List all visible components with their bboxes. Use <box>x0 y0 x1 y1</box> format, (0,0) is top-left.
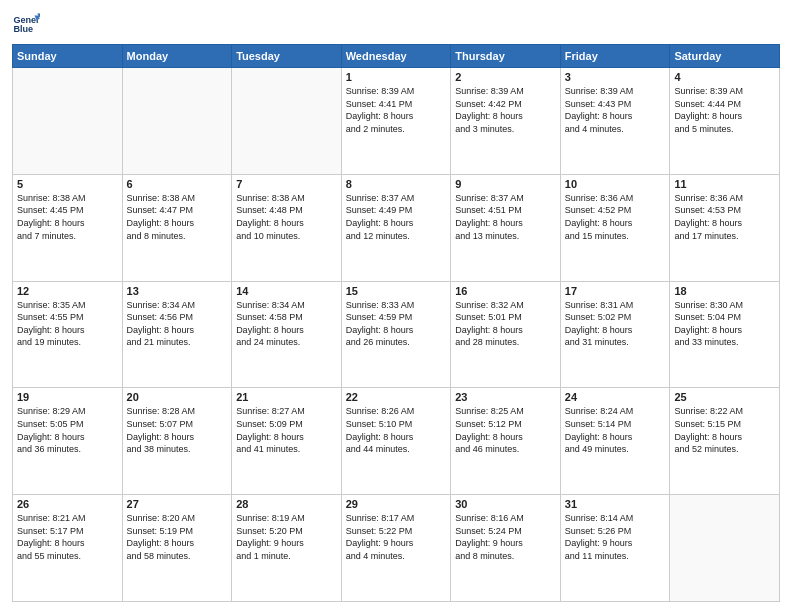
day-number: 13 <box>127 285 228 297</box>
day-cell: 23Sunrise: 8:25 AM Sunset: 5:12 PM Dayli… <box>451 388 561 495</box>
weekday-header-tuesday: Tuesday <box>232 45 342 68</box>
day-number: 30 <box>455 498 556 510</box>
day-number: 23 <box>455 391 556 403</box>
day-cell: 1Sunrise: 8:39 AM Sunset: 4:41 PM Daylig… <box>341 68 451 175</box>
day-info: Sunrise: 8:38 AM Sunset: 4:48 PM Dayligh… <box>236 192 337 242</box>
day-number: 10 <box>565 178 666 190</box>
day-number: 2 <box>455 71 556 83</box>
svg-text:Blue: Blue <box>13 24 33 34</box>
day-info: Sunrise: 8:34 AM Sunset: 4:58 PM Dayligh… <box>236 299 337 349</box>
day-info: Sunrise: 8:16 AM Sunset: 5:24 PM Dayligh… <box>455 512 556 562</box>
day-cell: 16Sunrise: 8:32 AM Sunset: 5:01 PM Dayli… <box>451 281 561 388</box>
day-info: Sunrise: 8:34 AM Sunset: 4:56 PM Dayligh… <box>127 299 228 349</box>
day-number: 22 <box>346 391 447 403</box>
day-cell: 3Sunrise: 8:39 AM Sunset: 4:43 PM Daylig… <box>560 68 670 175</box>
day-info: Sunrise: 8:20 AM Sunset: 5:19 PM Dayligh… <box>127 512 228 562</box>
day-number: 7 <box>236 178 337 190</box>
day-cell: 29Sunrise: 8:17 AM Sunset: 5:22 PM Dayli… <box>341 495 451 602</box>
day-number: 17 <box>565 285 666 297</box>
day-cell: 9Sunrise: 8:37 AM Sunset: 4:51 PM Daylig… <box>451 174 561 281</box>
day-cell: 15Sunrise: 8:33 AM Sunset: 4:59 PM Dayli… <box>341 281 451 388</box>
day-number: 19 <box>17 391 118 403</box>
day-cell: 22Sunrise: 8:26 AM Sunset: 5:10 PM Dayli… <box>341 388 451 495</box>
day-number: 21 <box>236 391 337 403</box>
day-number: 15 <box>346 285 447 297</box>
day-number: 11 <box>674 178 775 190</box>
day-info: Sunrise: 8:21 AM Sunset: 5:17 PM Dayligh… <box>17 512 118 562</box>
day-cell: 8Sunrise: 8:37 AM Sunset: 4:49 PM Daylig… <box>341 174 451 281</box>
weekday-header-thursday: Thursday <box>451 45 561 68</box>
logo-icon: General Blue <box>12 10 40 38</box>
day-info: Sunrise: 8:25 AM Sunset: 5:12 PM Dayligh… <box>455 405 556 455</box>
day-cell: 31Sunrise: 8:14 AM Sunset: 5:26 PM Dayli… <box>560 495 670 602</box>
day-cell: 13Sunrise: 8:34 AM Sunset: 4:56 PM Dayli… <box>122 281 232 388</box>
day-info: Sunrise: 8:39 AM Sunset: 4:44 PM Dayligh… <box>674 85 775 135</box>
day-info: Sunrise: 8:37 AM Sunset: 4:51 PM Dayligh… <box>455 192 556 242</box>
day-number: 4 <box>674 71 775 83</box>
day-cell: 27Sunrise: 8:20 AM Sunset: 5:19 PM Dayli… <box>122 495 232 602</box>
day-info: Sunrise: 8:29 AM Sunset: 5:05 PM Dayligh… <box>17 405 118 455</box>
day-number: 12 <box>17 285 118 297</box>
day-cell: 10Sunrise: 8:36 AM Sunset: 4:52 PM Dayli… <box>560 174 670 281</box>
calendar-table: SundayMondayTuesdayWednesdayThursdayFrid… <box>12 44 780 602</box>
day-info: Sunrise: 8:30 AM Sunset: 5:04 PM Dayligh… <box>674 299 775 349</box>
day-cell: 26Sunrise: 8:21 AM Sunset: 5:17 PM Dayli… <box>13 495 123 602</box>
day-cell: 21Sunrise: 8:27 AM Sunset: 5:09 PM Dayli… <box>232 388 342 495</box>
weekday-header-monday: Monday <box>122 45 232 68</box>
day-cell: 24Sunrise: 8:24 AM Sunset: 5:14 PM Dayli… <box>560 388 670 495</box>
day-number: 26 <box>17 498 118 510</box>
day-number: 24 <box>565 391 666 403</box>
weekday-header-friday: Friday <box>560 45 670 68</box>
day-info: Sunrise: 8:22 AM Sunset: 5:15 PM Dayligh… <box>674 405 775 455</box>
day-info: Sunrise: 8:28 AM Sunset: 5:07 PM Dayligh… <box>127 405 228 455</box>
page: General Blue SundayMondayTuesdayWednesda… <box>0 0 792 612</box>
day-cell: 14Sunrise: 8:34 AM Sunset: 4:58 PM Dayli… <box>232 281 342 388</box>
week-row-1: 1Sunrise: 8:39 AM Sunset: 4:41 PM Daylig… <box>13 68 780 175</box>
week-row-4: 19Sunrise: 8:29 AM Sunset: 5:05 PM Dayli… <box>13 388 780 495</box>
day-info: Sunrise: 8:31 AM Sunset: 5:02 PM Dayligh… <box>565 299 666 349</box>
day-cell: 6Sunrise: 8:38 AM Sunset: 4:47 PM Daylig… <box>122 174 232 281</box>
day-cell: 18Sunrise: 8:30 AM Sunset: 5:04 PM Dayli… <box>670 281 780 388</box>
day-number: 31 <box>565 498 666 510</box>
day-info: Sunrise: 8:32 AM Sunset: 5:01 PM Dayligh… <box>455 299 556 349</box>
day-cell: 28Sunrise: 8:19 AM Sunset: 5:20 PM Dayli… <box>232 495 342 602</box>
day-info: Sunrise: 8:38 AM Sunset: 4:47 PM Dayligh… <box>127 192 228 242</box>
logo: General Blue <box>12 10 20 38</box>
day-info: Sunrise: 8:36 AM Sunset: 4:53 PM Dayligh… <box>674 192 775 242</box>
day-cell: 12Sunrise: 8:35 AM Sunset: 4:55 PM Dayli… <box>13 281 123 388</box>
day-number: 25 <box>674 391 775 403</box>
day-cell <box>670 495 780 602</box>
day-cell: 11Sunrise: 8:36 AM Sunset: 4:53 PM Dayli… <box>670 174 780 281</box>
day-info: Sunrise: 8:19 AM Sunset: 5:20 PM Dayligh… <box>236 512 337 562</box>
day-number: 16 <box>455 285 556 297</box>
week-row-2: 5Sunrise: 8:38 AM Sunset: 4:45 PM Daylig… <box>13 174 780 281</box>
weekday-header-row: SundayMondayTuesdayWednesdayThursdayFrid… <box>13 45 780 68</box>
day-number: 5 <box>17 178 118 190</box>
weekday-header-sunday: Sunday <box>13 45 123 68</box>
day-number: 8 <box>346 178 447 190</box>
weekday-header-saturday: Saturday <box>670 45 780 68</box>
week-row-5: 26Sunrise: 8:21 AM Sunset: 5:17 PM Dayli… <box>13 495 780 602</box>
header: General Blue <box>12 10 780 38</box>
day-info: Sunrise: 8:33 AM Sunset: 4:59 PM Dayligh… <box>346 299 447 349</box>
day-cell: 25Sunrise: 8:22 AM Sunset: 5:15 PM Dayli… <box>670 388 780 495</box>
day-info: Sunrise: 8:35 AM Sunset: 4:55 PM Dayligh… <box>17 299 118 349</box>
day-info: Sunrise: 8:38 AM Sunset: 4:45 PM Dayligh… <box>17 192 118 242</box>
day-cell: 7Sunrise: 8:38 AM Sunset: 4:48 PM Daylig… <box>232 174 342 281</box>
day-cell: 30Sunrise: 8:16 AM Sunset: 5:24 PM Dayli… <box>451 495 561 602</box>
day-cell: 2Sunrise: 8:39 AM Sunset: 4:42 PM Daylig… <box>451 68 561 175</box>
week-row-3: 12Sunrise: 8:35 AM Sunset: 4:55 PM Dayli… <box>13 281 780 388</box>
day-info: Sunrise: 8:36 AM Sunset: 4:52 PM Dayligh… <box>565 192 666 242</box>
day-info: Sunrise: 8:17 AM Sunset: 5:22 PM Dayligh… <box>346 512 447 562</box>
day-cell <box>232 68 342 175</box>
day-number: 27 <box>127 498 228 510</box>
day-cell: 4Sunrise: 8:39 AM Sunset: 4:44 PM Daylig… <box>670 68 780 175</box>
day-number: 29 <box>346 498 447 510</box>
day-info: Sunrise: 8:27 AM Sunset: 5:09 PM Dayligh… <box>236 405 337 455</box>
day-number: 3 <box>565 71 666 83</box>
day-cell: 17Sunrise: 8:31 AM Sunset: 5:02 PM Dayli… <box>560 281 670 388</box>
day-number: 28 <box>236 498 337 510</box>
day-number: 6 <box>127 178 228 190</box>
day-cell: 19Sunrise: 8:29 AM Sunset: 5:05 PM Dayli… <box>13 388 123 495</box>
day-cell: 20Sunrise: 8:28 AM Sunset: 5:07 PM Dayli… <box>122 388 232 495</box>
